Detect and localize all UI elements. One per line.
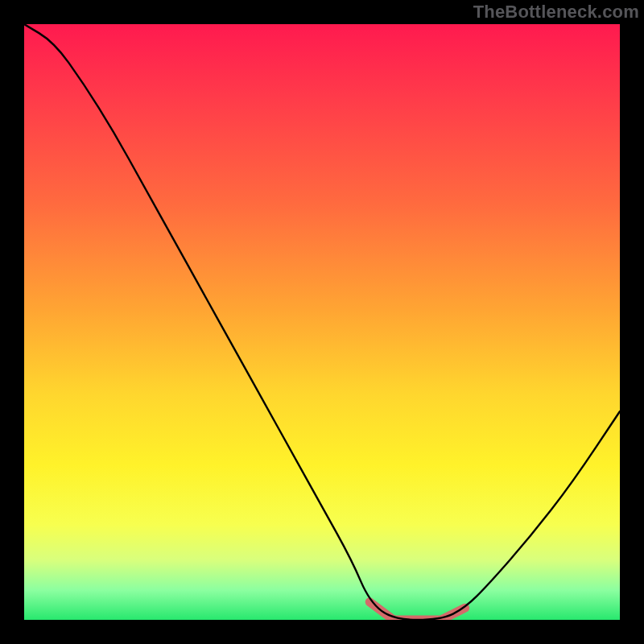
bottleneck-curve: [24, 24, 620, 620]
optimal-zone-highlight: [369, 602, 464, 620]
chart-frame: TheBottleneck.com: [0, 0, 644, 644]
plot-area: [24, 24, 620, 620]
watermark-text: TheBottleneck.com: [473, 2, 639, 23]
curve-layer: [24, 24, 620, 620]
